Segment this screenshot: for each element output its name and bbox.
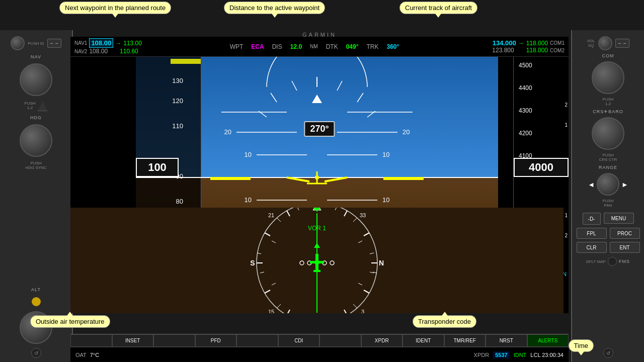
nav-frequencies: NAV1 108.00 → 113.00 NAV2 108.00 110.60 [70,37,161,56]
com1-active-freq: 134.000 [493,39,516,47]
fms-outer-knob[interactable] [608,257,617,266]
dis-value: 12.0 [290,43,302,50]
svg-line-68 [272,241,276,243]
softkey-empty2[interactable] [153,334,195,347]
softkey-xpdr[interactable]: XPDR [361,334,403,347]
svg-line-55 [370,253,374,254]
softkey-bar[interactable]: INSET PFD CDI XPDR IDENT TMR/REF NRST AL… [70,334,569,347]
com-vol-knob[interactable] [598,36,612,50]
com-label: COM [602,53,614,58]
hsi-aircraft-symbol [310,254,324,272]
svg-line-53 [353,218,357,222]
range-dec-icon[interactable]: ◄ [588,180,595,189]
hsi-area: 27 N 9 S 33 3 21 15 [70,208,564,313]
lcl-time: LCL 23:00:34 [530,352,564,358]
vol-sq-label: VOLSQ [587,39,595,48]
fpl-button[interactable]: FPL [577,228,607,239]
right-corner-button[interactable]: ↺ [603,348,613,358]
svg-line-58 [358,283,362,285]
nav-knob[interactable] [20,63,52,96]
vsi-1up: 1 [565,122,568,128]
softkey-pfd[interactable]: PFD [195,334,237,347]
push-crs-ctr-label: PUSHCRS CTR [599,153,617,162]
svg-marker-82 [314,243,320,248]
alt-4300: 4300 [519,107,532,114]
hdg-arrow-icon [38,101,48,111]
nav-swap-button[interactable]: ←→ [47,39,61,48]
softkey-alerts[interactable]: ALERTS [527,334,569,347]
annotation-oat: Outside air temperature [30,315,110,328]
svg-line-70 [297,208,299,210]
speed-130: 130 [172,77,183,84]
center-nav-info: WPT ECA DIS 12.0 NM DTK 049° TRK 360° [161,43,468,50]
nav2-active-freq: 108.00 [89,48,108,55]
nav1-label: NAV1 [74,40,87,46]
altitude-current: 4000 [514,158,569,177]
right-control-panel: VOLSQ ←→ COM PUSH1-2 CRS✈BARO PUSHCRS CT… [571,30,644,362]
fms-label: FMS [619,259,630,264]
softkey-empty1[interactable] [70,334,112,347]
nav1-standby-freq: 113.00 [123,40,142,47]
proc-button[interactable]: PROC [610,228,640,239]
xpdr-idnt: IDNT [514,352,527,358]
svg-point-73 [300,261,304,265]
xpdr-code: 5537 [493,351,509,358]
softkey-inset[interactable]: INSET [112,334,154,347]
annotation-track: Current track of aircraft [399,2,477,14]
com2-active-freq: 123.800 [492,47,514,54]
left-control-panel: PUSH ID ←→ NAV PUSH1-2 HDG PUSHHDG SYNC … [0,30,73,362]
speed-80: 80 [176,198,183,205]
svg-line-44 [344,310,347,313]
svg-line-52 [335,208,337,210]
softkey-empty3[interactable] [236,334,278,347]
alt-4400: 4400 [519,84,532,92]
push-12-label: PUSH1-2 [24,101,35,110]
trk-value: 360° [386,43,399,50]
svg-line-50 [287,211,290,216]
range-inc-icon[interactable]: ► [621,180,628,189]
hdg-sync-label: PUSHHDG SYNC [25,161,46,170]
ent-button[interactable]: ENT [610,242,640,253]
softkey-ident[interactable]: IDENT [403,334,444,347]
svg-line-49 [265,233,270,236]
svg-line-69 [277,218,281,222]
annotation-transponder: Transponder code [413,315,476,328]
svg-text:3: 3 [361,309,364,313]
hsi-svg: 27 N 9 S 33 3 21 15 [70,208,564,313]
crs-baro-knob[interactable] [592,117,624,150]
range-knob[interactable] [597,173,619,196]
hdg-knob[interactable] [20,124,52,157]
main-display: 130 120 110 100 90 80 70 TAS 100kt 10 10… [70,57,569,313]
svg-line-64 [277,304,281,308]
hdg-label: HDG [30,115,42,120]
svg-rect-80 [313,270,320,272]
alt-indicator [32,297,41,306]
softkey-nrst[interactable]: NRST [486,334,527,347]
svg-text:N: N [379,259,384,267]
svg-line-46 [287,310,290,313]
softkey-empty4[interactable] [319,334,361,347]
com-knob[interactable] [592,61,624,94]
top-data-bar: NAV1 108.00 → 113.00 NAV2 108.00 110.60 … [70,37,569,57]
left-corner-button[interactable]: ↺ [31,348,41,358]
menu-button[interactable]: MENU [604,213,634,224]
com-swap-button[interactable]: ←→ [615,39,629,48]
speed-bug-top [171,59,201,64]
clr-button[interactable]: CLR [577,242,607,253]
d-button[interactable]: -D- [583,213,601,225]
svg-line-66 [260,272,264,273]
alt-label: ALT [31,287,41,292]
softkey-tmrref[interactable]: TMR/REF [444,334,486,347]
softkey-cdi[interactable]: CDI [278,334,320,347]
annotation-time: Time [569,339,594,352]
svg-point-77 [330,261,334,265]
push-pan-label: PUSHPAN [602,199,613,208]
dflt-map-label: DFLT MAP [586,259,606,264]
nav-vol-knob[interactable] [11,36,25,50]
vsi-2up: 2 [565,102,568,108]
com2-standby-freq: 118.000 [526,47,548,54]
push-id-label: PUSH ID [28,41,44,46]
dtk-value: 049° [346,43,359,50]
push-12-right-label: PUSH1-2 [602,97,613,106]
svg-text:15: 15 [268,309,274,313]
